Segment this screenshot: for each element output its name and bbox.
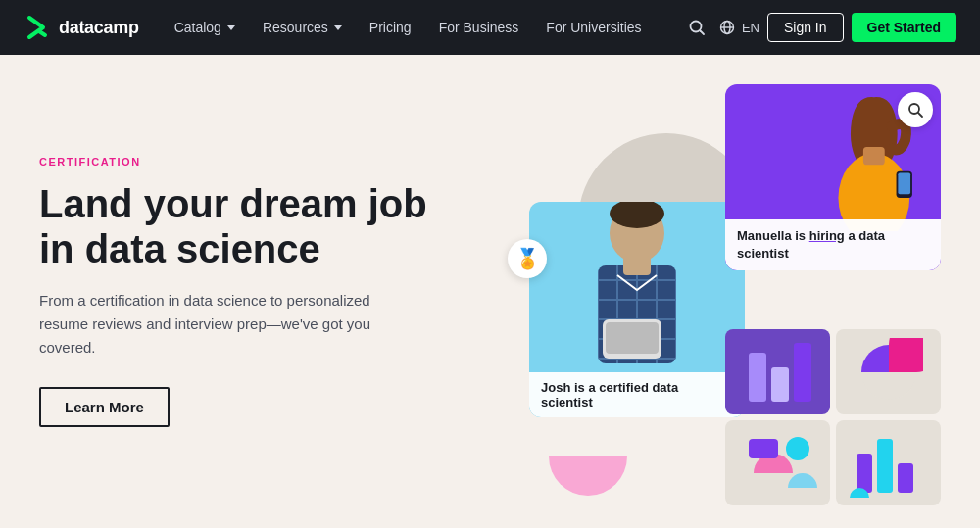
lang-label: EN [742, 21, 760, 35]
pie-chart-icon [855, 338, 923, 407]
svg-rect-20 [898, 172, 910, 194]
svg-rect-22 [771, 367, 789, 402]
deco-cell-bars [836, 420, 941, 505]
get-started-button[interactable]: Get Started [852, 13, 956, 42]
svg-rect-21 [749, 353, 766, 402]
bar-chart-icon [734, 333, 822, 411]
nav-for-universities[interactable]: For Universities [534, 12, 653, 43]
man-figure [549, 202, 725, 398]
hero-content: CERTIFICATION Land your dream job in dat… [39, 156, 451, 427]
hero-section: CERTIFICATION Land your dream job in dat… [0, 55, 980, 528]
hero-illustration: 🏅 [480, 74, 951, 525]
deco-cell-pie [836, 329, 941, 414]
decorative-grid [725, 329, 941, 505]
nav-pricing[interactable]: Pricing [358, 12, 423, 43]
datacamp-logo-icon [24, 14, 51, 41]
bar-chart-2-icon [845, 424, 933, 503]
svg-point-0 [690, 22, 701, 32]
search-icon [688, 19, 706, 36]
search-icon [906, 101, 924, 119]
pink-blob-decoration [549, 456, 627, 496]
search-circle-icon [898, 92, 933, 127]
hero-title: Land your dream job in data science [39, 181, 451, 271]
card-man-label: Josh is a certified data scientist [529, 372, 745, 417]
navbar: datacamp Catalog Resources Pricing For B… [0, 0, 980, 55]
svg-rect-25 [749, 439, 778, 458]
certification-badge-icon: 🏅 [508, 239, 547, 278]
logo-text: datacamp [59, 18, 139, 38]
svg-rect-23 [794, 343, 811, 402]
svg-rect-29 [898, 463, 913, 493]
svg-rect-27 [857, 454, 872, 493]
learn-more-button[interactable]: Learn More [39, 387, 170, 427]
globe-icon [719, 20, 735, 35]
svg-rect-11 [606, 322, 659, 354]
svg-rect-9 [623, 256, 651, 275]
search-button[interactable] [682, 13, 711, 42]
svg-point-26 [786, 437, 809, 460]
hero-badge: CERTIFICATION [39, 156, 451, 168]
chevron-down-icon [334, 25, 342, 30]
svg-line-15 [918, 113, 922, 117]
shapes-icon [734, 424, 822, 503]
logo[interactable]: datacamp [24, 14, 139, 41]
nav-for-business[interactable]: For Business [427, 12, 531, 43]
deco-cell-shapes [725, 420, 830, 505]
nav-catalog[interactable]: Catalog [163, 12, 247, 43]
svg-rect-18 [863, 147, 885, 165]
language-selector[interactable]: EN [719, 20, 760, 35]
nav-actions: EN Sign In Get Started [682, 13, 956, 42]
card-woman: Manuella is hiring a data scientist [725, 84, 941, 270]
nav-resources[interactable]: Resources [251, 12, 354, 43]
deco-cell-purple [725, 329, 830, 414]
svg-rect-28 [877, 439, 893, 493]
card-man: Josh is a certified data scientist [529, 202, 745, 417]
svg-line-1 [700, 31, 704, 35]
nav-links: Catalog Resources Pricing For Business F… [163, 12, 682, 43]
card-woman-label: Manuella is hiring a data scientist [725, 219, 941, 270]
hero-description: From a certification in data science to … [39, 289, 392, 360]
signin-button[interactable]: Sign In [767, 13, 844, 42]
chevron-down-icon [227, 25, 235, 30]
